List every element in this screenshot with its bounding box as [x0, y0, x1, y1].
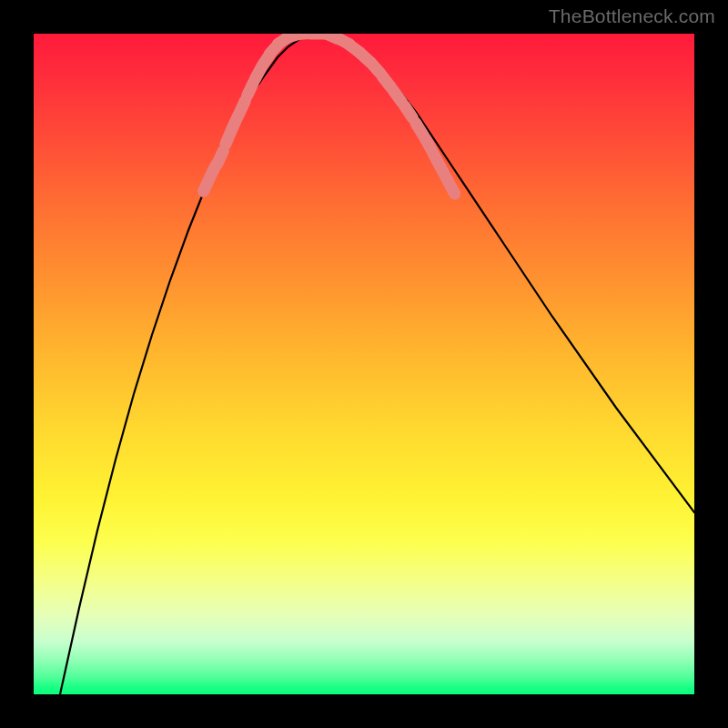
- marker-dot: [448, 181, 455, 194]
- marker-dot: [405, 106, 413, 117]
- bottleneck-curve: [60, 35, 694, 694]
- chart-svg: [34, 34, 694, 694]
- marker-dot: [248, 83, 254, 96]
- marker-dot: [393, 91, 401, 103]
- marker-dot: [217, 151, 224, 165]
- marker-dot: [239, 101, 246, 115]
- plot-area: [34, 34, 694, 694]
- watermark-text: TheBottleneck.com: [549, 5, 715, 27]
- chart-frame: TheBottleneck.com: [0, 0, 728, 728]
